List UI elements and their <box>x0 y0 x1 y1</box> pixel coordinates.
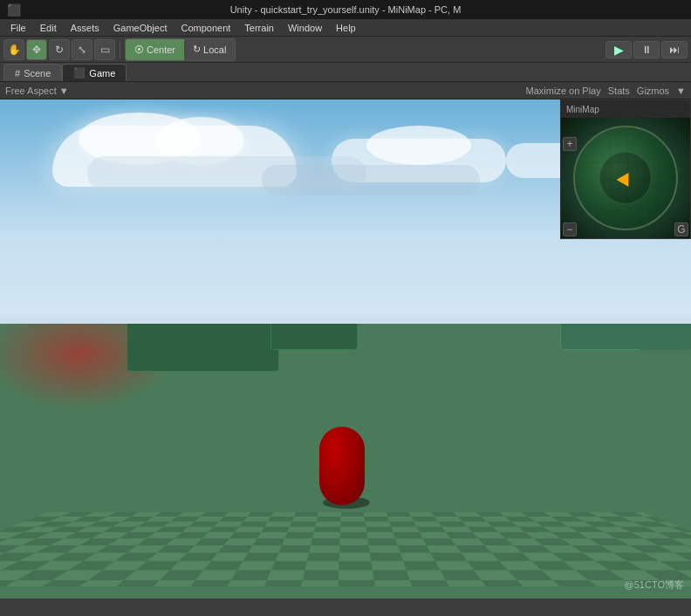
ground-checker <box>0 512 691 586</box>
menu-edit[interactable]: Edit <box>33 19 64 37</box>
menu-gameobject[interactable]: GameObject <box>106 19 174 37</box>
menu-bar: File Edit Assets GameObject Component Te… <box>0 19 691 37</box>
minimap-circle <box>573 126 678 230</box>
watermark: @51CTO博客 <box>625 578 684 592</box>
center-toggle[interactable]: ⦿ Center <box>126 39 184 60</box>
menu-window[interactable]: Window <box>281 19 329 37</box>
local-label: Local <box>203 44 226 55</box>
box-1 <box>127 324 279 372</box>
menu-assets[interactable]: Assets <box>64 19 106 37</box>
box-5 <box>639 324 691 350</box>
minimap-overlay: MiniMap + − G <box>560 99 691 239</box>
scene-label: Scene <box>24 68 51 79</box>
minimap-title: MiniMap <box>566 105 599 114</box>
game-label: Game <box>89 68 115 79</box>
pause-button[interactable]: ⏸ <box>633 41 660 58</box>
maximize-on-play-btn[interactable]: Maximize on Play <box>526 86 601 96</box>
game-top-bar: Free Aspect ▼ Maximize on Play Stats Giz… <box>0 82 691 99</box>
play-button[interactable]: ▶ <box>605 41 632 58</box>
cloud-dark-2 <box>262 165 480 195</box>
box-3 <box>560 324 647 350</box>
toolbar: ✋ ✥ ↻ ⤡ ▭ ⦿ Center ↻ Local ▶ ⏸ ⏭ <box>0 37 691 63</box>
gizmos-btn[interactable]: Gizmos <box>637 86 669 96</box>
minimap-zoom-out-btn[interactable]: − <box>563 222 577 236</box>
toolbar-sep-1 <box>120 41 120 58</box>
menu-component[interactable]: Component <box>174 19 237 37</box>
step-button[interactable]: ⏭ <box>661 41 688 58</box>
menu-help[interactable]: Help <box>329 19 363 37</box>
title-bar: ⬛ Unity - quickstart_try_yourself.unity … <box>0 0 691 19</box>
scale-tool-btn[interactable]: ⤡ <box>72 39 92 60</box>
center-label: Center <box>147 44 175 55</box>
minimap-lock-btn[interactable]: G <box>674 222 688 236</box>
rect-tool-btn[interactable]: ▭ <box>94 39 115 60</box>
cloud-5 <box>366 126 471 165</box>
scene-tab[interactable]: # Scene <box>3 64 62 81</box>
hand-tool-btn[interactable]: ✋ <box>3 39 24 60</box>
local-icon: ↻ <box>193 44 201 55</box>
menu-terrain[interactable]: Terrain <box>237 19 281 37</box>
window-icon: ⬛ <box>7 3 21 17</box>
tab-bar: # Scene ⬛ Game <box>0 63 691 82</box>
stats-btn[interactable]: Stats <box>608 86 630 96</box>
game-icon: ⬛ <box>73 67 86 79</box>
player-capsule <box>319 427 365 505</box>
scene-icon: # <box>15 68 20 79</box>
minimap-canvas: + − G <box>561 118 690 238</box>
gizmos-arrow[interactable]: ▼ <box>676 86 686 96</box>
game-scene: MiniMap + − G @51CTO博客 <box>0 99 691 599</box>
box-4 <box>270 324 358 350</box>
menu-file[interactable]: File <box>3 19 33 37</box>
move-tool-btn[interactable]: ✥ <box>26 39 47 60</box>
pivot-group: ⦿ Center ↻ Local <box>125 38 236 61</box>
game-area: Free Aspect ▼ Maximize on Play Stats Giz… <box>0 82 691 599</box>
window-title: Unity - quickstart_try_yourself.unity - … <box>230 4 462 15</box>
local-toggle[interactable]: ↻ Local <box>184 39 235 60</box>
rotate-tool-btn[interactable]: ↻ <box>49 39 70 60</box>
free-aspect-label[interactable]: Free Aspect ▼ <box>5 86 69 96</box>
center-icon: ⦿ <box>134 44 144 55</box>
minimap-header: MiniMap <box>561 100 690 118</box>
game-tab[interactable]: ⬛ Game <box>62 64 127 81</box>
play-controls: ▶ ⏸ ⏭ <box>605 41 688 58</box>
ground <box>0 324 691 599</box>
minimap-zoom-in-btn[interactable]: + <box>563 137 577 151</box>
